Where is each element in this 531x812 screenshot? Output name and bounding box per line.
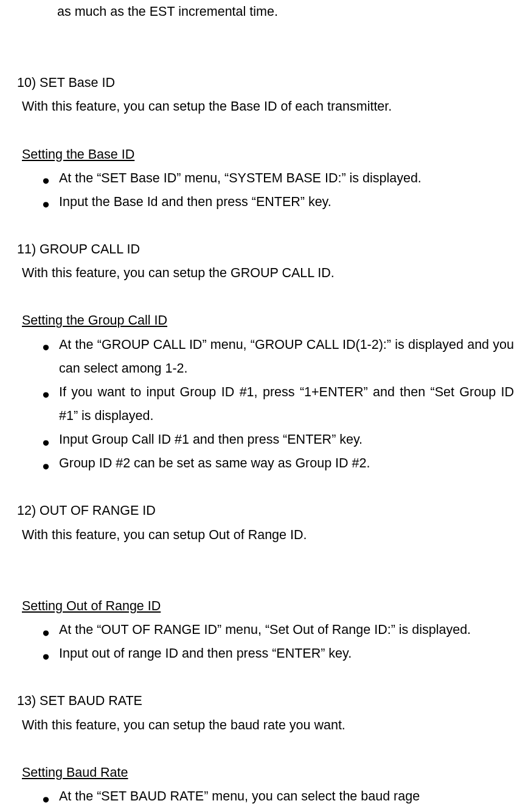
list-item: ●Group ID #2 can be set as same way as G… xyxy=(42,452,514,475)
bullet-list: ●At the “GROUP CALL ID” menu, “GROUP CAL… xyxy=(17,333,514,476)
blank-line xyxy=(17,547,514,571)
list-item-text: Input the Base Id and then press “ENTER”… xyxy=(59,194,331,209)
bullet-list: ●At the “SET Base ID” menu, “SYSTEM BASE… xyxy=(17,167,514,214)
bullet-icon: ● xyxy=(42,335,50,359)
list-item: ●Input the Base Id and then press “ENTER… xyxy=(42,190,514,214)
bullet-icon: ● xyxy=(42,193,50,216)
section-subheading: Setting Baud Rate xyxy=(17,761,514,785)
bullet-icon: ● xyxy=(42,383,50,407)
blank-line xyxy=(17,737,514,761)
blank-line xyxy=(17,214,514,238)
section-title: 10) SET Base ID xyxy=(17,71,514,95)
section-13: 13) SET BAUD RATE With this feature, you… xyxy=(17,689,514,808)
section-subheading: Setting the Group Call ID xyxy=(17,309,514,332)
section-subheading: Setting the Base ID xyxy=(17,143,514,167)
list-item: ●Input Group Call ID #1 and then press “… xyxy=(42,428,514,452)
section-intro: With this feature, you can setup the Bas… xyxy=(17,95,514,119)
list-item: ●If you want to input Group ID #1, press… xyxy=(42,380,514,428)
section-subheading: Setting Out of Range ID xyxy=(17,594,514,618)
section-12: 12) OUT OF RANGE ID With this feature, y… xyxy=(17,499,514,666)
blank-line xyxy=(17,571,514,594)
document-page: as much as the EST incremental time. 10)… xyxy=(0,0,531,808)
list-item-text: Input Group Call ID #1 and then press “E… xyxy=(59,432,363,447)
bullet-icon: ● xyxy=(42,431,50,455)
blank-line xyxy=(17,285,514,309)
bullet-icon: ● xyxy=(42,455,50,478)
section-title: 13) SET BAUD RATE xyxy=(17,689,514,713)
bullet-icon: ● xyxy=(42,169,50,193)
section-intro: With this feature, you can setup the GRO… xyxy=(17,261,514,285)
list-item-text: At the “GROUP CALL ID” menu, “GROUP CALL… xyxy=(59,337,514,376)
blank-line xyxy=(17,666,514,689)
list-item-text: At the “OUT OF RANGE ID” menu, “Set Out … xyxy=(59,622,471,637)
bullet-icon: ● xyxy=(42,621,50,645)
section-title: 12) OUT OF RANGE ID xyxy=(17,499,514,523)
list-item-text: Input out of range ID and then press “EN… xyxy=(59,646,352,661)
bullet-icon: ● xyxy=(42,788,50,808)
blank-line xyxy=(17,475,514,499)
list-item-text: At the “SET Base ID” menu, “SYSTEM BASE … xyxy=(59,171,422,185)
section-10: 10) SET Base ID With this feature, you c… xyxy=(17,71,514,214)
blank-line xyxy=(17,119,514,142)
list-item-text: If you want to input Group ID #1, press … xyxy=(59,385,514,423)
list-item-text: At the “SET BAUD RATE” menu, you can sel… xyxy=(59,789,420,803)
list-item: ●At the “OUT OF RANGE ID” menu, “Set Out… xyxy=(42,618,514,642)
section-intro: With this feature, you can setup Out of … xyxy=(17,523,514,547)
list-item: ●Input out of range ID and then press “E… xyxy=(42,642,514,666)
continuation-line: as much as the EST incremental time. xyxy=(17,0,514,24)
section-11: 11) GROUP CALL ID With this feature, you… xyxy=(17,238,514,475)
bullet-list: ●At the “OUT OF RANGE ID” menu, “Set Out… xyxy=(17,618,514,666)
bullet-icon: ● xyxy=(42,645,50,669)
list-item-text: Group ID #2 can be set as same way as Gr… xyxy=(59,456,370,470)
bullet-list: ●At the “SET BAUD RATE” menu, you can se… xyxy=(17,785,514,808)
section-intro: With this feature, you can setup the bau… xyxy=(17,714,514,737)
list-item: ●At the “GROUP CALL ID” menu, “GROUP CAL… xyxy=(42,333,514,380)
list-item: ●At the “SET Base ID” menu, “SYSTEM BASE… xyxy=(42,167,514,190)
list-item: ●At the “SET BAUD RATE” menu, you can se… xyxy=(42,785,514,808)
section-title: 11) GROUP CALL ID xyxy=(17,238,514,261)
